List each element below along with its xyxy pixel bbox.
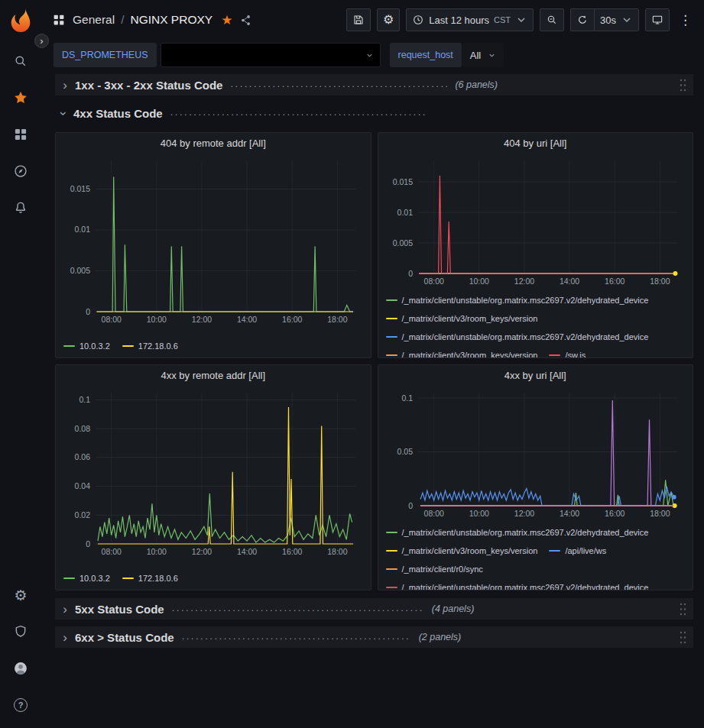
legend-label: /_matrix/client/unstable/org.matrix.msc2… bbox=[402, 296, 649, 305]
legend-item[interactable]: 10.0.3.2 bbox=[63, 574, 110, 583]
legend-label: /_matrix/client/r0/sync bbox=[402, 565, 483, 574]
svg-text:14:00: 14:00 bbox=[237, 315, 257, 324]
legend-item[interactable]: /_matrix/client/unstable/org.matrix.msc2… bbox=[386, 296, 649, 305]
breadcrumb-folder[interactable]: General bbox=[73, 13, 115, 27]
dashboards-icon[interactable] bbox=[0, 116, 41, 153]
time-range-picker[interactable]: Last 12 hours CST bbox=[406, 8, 534, 31]
kebab-menu-icon[interactable]: ⋮ bbox=[676, 12, 695, 28]
refresh-button[interactable] bbox=[570, 8, 594, 31]
time-range-label: Last 12 hours bbox=[429, 15, 489, 26]
series-color-dash bbox=[386, 336, 397, 338]
legend-row: /_matrix/client/r0/sync bbox=[386, 560, 693, 578]
legend-item[interactable]: /_matrix/client/unstable/org.matrix.msc2… bbox=[386, 332, 649, 341]
row-leader-dots: ........................................… bbox=[170, 106, 427, 118]
panel-title[interactable]: 4xx by remote addr [All] bbox=[56, 365, 371, 385]
svg-text:18:00: 18:00 bbox=[650, 509, 670, 518]
legend-item[interactable]: 10.0.3.2 bbox=[63, 341, 110, 351]
request-host-variable-dropdown[interactable]: All bbox=[462, 43, 504, 67]
series-color-dash bbox=[63, 345, 75, 347]
svg-text:08:00: 08:00 bbox=[423, 509, 443, 518]
series-color-dash bbox=[122, 578, 134, 579]
row-6xx[interactable]: › 6xx > Status Code ....................… bbox=[55, 626, 693, 648]
row-drag-handle[interactable] bbox=[679, 601, 687, 617]
panel-title[interactable]: 404 by uri [All] bbox=[378, 133, 693, 153]
timeseries-chart[interactable]: 00.0050.010.01508:0010:0012:0014:0016:00… bbox=[383, 153, 689, 287]
legend-item[interactable]: /_matrix/client/unstable/org.matrix.msc2… bbox=[386, 583, 649, 590]
legend-row: /_matrix/client/unstable/org.matrix.msc2… bbox=[386, 578, 693, 590]
legend-item[interactable]: 172.18.0.6 bbox=[122, 341, 178, 351]
legend-row: /_matrix/client/unstable/org.matrix.msc2… bbox=[386, 523, 693, 542]
save-dashboard-button[interactable] bbox=[346, 8, 371, 31]
svg-text:14:00: 14:00 bbox=[559, 509, 579, 518]
timeseries-chart[interactable]: 00.050.108:0010:0012:0014:0016:0018:00 bbox=[383, 385, 689, 519]
row-title: 1xx - 3xx - 2xx Status Code bbox=[75, 79, 222, 92]
legend-row: /_matrix/client/unstable/org.matrix.msc2… bbox=[386, 291, 693, 309]
timeseries-chart[interactable]: 00.020.040.060.080.108:0010:0012:0014:00… bbox=[60, 385, 366, 558]
refresh-group: 30s bbox=[570, 8, 639, 31]
datasource-variable-dropdown[interactable] bbox=[161, 43, 381, 67]
server-admin-shield-icon[interactable] bbox=[0, 613, 41, 650]
row-5xx[interactable]: › 5xx Status Code ......................… bbox=[55, 598, 693, 620]
legend-item[interactable]: /_matrix/client/v3/room_keys/version bbox=[386, 546, 538, 555]
grafana-logo[interactable] bbox=[6, 6, 35, 35]
refresh-interval-dropdown[interactable]: 30s bbox=[594, 8, 639, 31]
legend-item[interactable]: /_matrix/client/unstable/org.matrix.msc2… bbox=[386, 528, 649, 537]
sidebar-expand-button[interactable]: › bbox=[34, 34, 49, 48]
legend-item[interactable]: 172.18.0.6 bbox=[122, 574, 178, 583]
row-panel-count: (6 panels) bbox=[455, 79, 498, 90]
legend-label: /_matrix/client/unstable/org.matrix.msc2… bbox=[402, 332, 649, 341]
explore-compass-icon[interactable] bbox=[0, 153, 41, 189]
apps-grid-icon bbox=[52, 13, 66, 27]
chevron-down-icon bbox=[621, 14, 633, 26]
chevron-down-icon bbox=[365, 51, 374, 60]
row-leader-dots: ........................................… bbox=[230, 78, 447, 89]
svg-text:14:00: 14:00 bbox=[559, 277, 579, 286]
chevron-down-icon: › bbox=[57, 105, 70, 121]
svg-text:0.06: 0.06 bbox=[75, 452, 91, 461]
favorite-star-icon[interactable]: ★ bbox=[221, 12, 232, 28]
panel-grid: 404 by remote addr [All] 00.0050.010.015… bbox=[55, 132, 693, 590]
svg-text:16:00: 16:00 bbox=[282, 315, 302, 324]
svg-text:0: 0 bbox=[86, 307, 90, 316]
legend-label: 172.18.0.6 bbox=[138, 574, 178, 583]
series-color-dash bbox=[386, 354, 397, 356]
starred-dashboards-icon[interactable] bbox=[0, 79, 41, 116]
tv-mode-button[interactable] bbox=[645, 8, 670, 31]
panel-title[interactable]: 4xx by uri [All] bbox=[378, 365, 693, 385]
chevron-right-icon: › bbox=[57, 603, 73, 616]
row-4xx[interactable]: › 4xx Status Code ......................… bbox=[55, 103, 693, 123]
svg-text:0: 0 bbox=[408, 269, 413, 278]
svg-text:10:00: 10:00 bbox=[147, 547, 167, 556]
legend-item[interactable]: /api/live/ws bbox=[549, 546, 606, 555]
zoom-out-button[interactable] bbox=[540, 8, 564, 31]
svg-text:08:00: 08:00 bbox=[102, 315, 122, 324]
alerting-bell-icon[interactable] bbox=[0, 189, 41, 226]
row-1xx-3xx-2xx[interactable]: › 1xx - 3xx - 2xx Status Code ..........… bbox=[55, 74, 693, 95]
help-icon[interactable]: ? bbox=[0, 687, 41, 723]
dashboard-settings-button[interactable]: ⚙ bbox=[377, 8, 400, 31]
user-avatar[interactable] bbox=[0, 650, 41, 687]
sidebar: ⚙ ? bbox=[0, 0, 41, 728]
chevron-down-icon bbox=[515, 14, 527, 26]
legend-item[interactable]: /sw.js bbox=[549, 351, 586, 358]
timeseries-chart[interactable]: 00.0050.010.01508:0010:0012:0014:0016:00… bbox=[60, 153, 366, 325]
search-icon[interactable] bbox=[0, 43, 41, 79]
legend-item[interactable]: /_matrix/client/v3/room_keys/version bbox=[386, 351, 538, 358]
svg-text:0: 0 bbox=[408, 501, 413, 510]
row-drag-handle[interactable] bbox=[679, 629, 687, 645]
legend-label: /_matrix/client/unstable/org.matrix.msc2… bbox=[402, 528, 649, 537]
refresh-interval-label: 30s bbox=[600, 15, 616, 26]
row-title: 5xx Status Code bbox=[75, 603, 164, 616]
configuration-gear-icon[interactable]: ⚙ bbox=[0, 577, 41, 613]
svg-text:0: 0 bbox=[86, 539, 90, 548]
svg-text:0.015: 0.015 bbox=[392, 177, 412, 186]
share-icon[interactable] bbox=[239, 14, 252, 27]
legend-label: /_matrix/client/v3/room_keys/version bbox=[402, 314, 538, 323]
svg-text:0.05: 0.05 bbox=[397, 447, 413, 456]
row-drag-handle[interactable] bbox=[679, 77, 687, 93]
panel-title[interactable]: 404 by remote addr [All] bbox=[56, 133, 371, 153]
legend-item[interactable]: /_matrix/client/v3/room_keys/version bbox=[386, 314, 538, 323]
svg-text:0.02: 0.02 bbox=[75, 510, 91, 519]
legend-item[interactable]: /_matrix/client/r0/sync bbox=[386, 565, 483, 574]
dashboard-content: › 1xx - 3xx - 2xx Status Code ..........… bbox=[41, 70, 704, 728]
